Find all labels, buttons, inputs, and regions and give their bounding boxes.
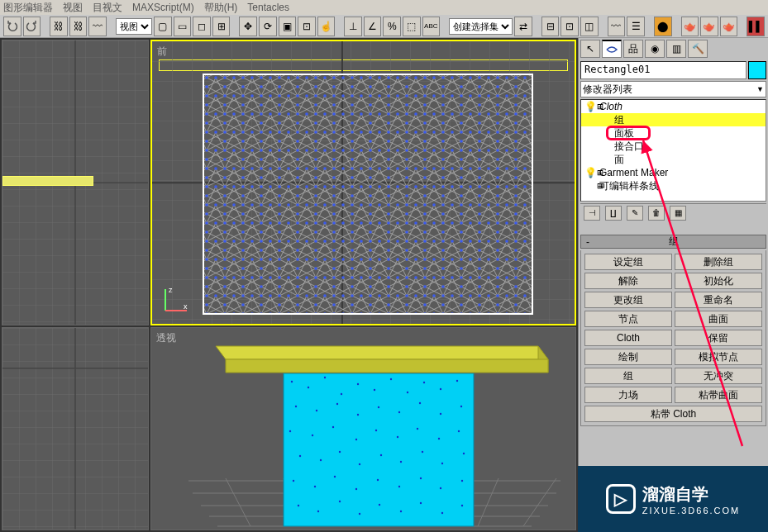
rename-button[interactable]: 重命名 xyxy=(675,292,762,308)
tool-icon[interactable]: ▌▌ xyxy=(747,17,765,36)
align-button[interactable]: ⊟ xyxy=(541,17,560,36)
utilities-tab[interactable]: 🔨 xyxy=(688,40,708,58)
render-frame-button[interactable]: 🫖 xyxy=(700,17,718,36)
angle-snap-toggle[interactable]: ∠ xyxy=(364,17,382,36)
viewport-perspective[interactable]: 透视 xyxy=(150,327,576,530)
minus-icon[interactable]: ⊟ xyxy=(596,101,604,112)
object-name-field[interactable]: Rectangle01 xyxy=(580,61,747,79)
svg-point-89 xyxy=(461,505,463,506)
stickcloth-button[interactable]: 粘带 Cloth xyxy=(584,406,762,422)
mirror-button[interactable]: ⇄ xyxy=(514,17,532,36)
plus-icon[interactable]: ⊞ xyxy=(596,167,604,178)
svg-point-82 xyxy=(317,511,319,512)
modifier-list-dropdown[interactable]: 修改器列表 xyxy=(580,81,766,97)
stack-item-group[interactable]: 组 xyxy=(581,113,766,126)
change-group-button[interactable]: 更改组 xyxy=(584,292,672,308)
stack-item-face[interactable]: 面板 xyxy=(581,126,766,140)
scale-button[interactable]: ▣ xyxy=(279,17,297,36)
stack-item-face2[interactable]: 面 xyxy=(581,153,766,166)
snap-toggle[interactable]: ⊥ xyxy=(344,17,362,36)
release-button[interactable]: 解除 xyxy=(584,273,672,289)
svg-point-43 xyxy=(440,388,441,390)
svg-line-27 xyxy=(226,478,250,526)
viewport-front[interactable]: 前 xyxy=(150,40,576,325)
svg-point-51 xyxy=(419,402,421,404)
surface-button[interactable]: 曲面 xyxy=(675,311,762,327)
init-button[interactable]: 初始化 xyxy=(675,273,762,289)
viewport-left[interactable] xyxy=(2,327,149,530)
schematic-view-button[interactable]: ☰ xyxy=(627,17,645,36)
stack-item-cloth[interactable]: 💡 ⊟ Cloth xyxy=(581,100,766,113)
undo-button[interactable] xyxy=(3,17,21,36)
quick-render-button[interactable]: 🫖 xyxy=(720,17,738,36)
pin-stack-button[interactable]: ⊣ xyxy=(584,206,600,221)
svg-point-48 xyxy=(357,414,359,416)
remove-mod-button[interactable]: 🗑 xyxy=(648,206,665,221)
show-end-button[interactable]: ∐ xyxy=(605,206,622,221)
quick-align-button[interactable]: ⊡ xyxy=(560,17,579,36)
display-tab[interactable]: ▥ xyxy=(666,40,686,58)
bulb-icon[interactable]: 💡 xyxy=(584,101,597,112)
modify-tab[interactable] xyxy=(602,40,622,58)
motion-tab[interactable]: ◉ xyxy=(645,40,665,58)
percent-snap-toggle[interactable]: % xyxy=(383,17,401,36)
menu-item[interactable]: 目视文 xyxy=(93,1,122,15)
unlink-button[interactable]: ⛓ xyxy=(69,17,88,36)
select-button[interactable]: ▢ xyxy=(154,17,172,36)
render-setup-button[interactable]: 🫖 xyxy=(681,17,699,36)
svg-point-59 xyxy=(397,436,398,438)
selection-set-dd[interactable]: 创建选择集 xyxy=(449,18,513,35)
curve-editor-button[interactable]: 〰 xyxy=(608,17,626,36)
rotate-button[interactable]: ⟳ xyxy=(259,17,277,36)
spinner-snap-toggle[interactable]: ⬚ xyxy=(403,17,421,36)
bind-spacewarp-button[interactable]: 〰 xyxy=(88,17,107,36)
menu-item[interactable]: MAXScript(M) xyxy=(132,2,194,13)
bulb-icon[interactable]: 💡 xyxy=(584,167,597,178)
manipulate-button[interactable]: ☝ xyxy=(317,17,336,36)
node-button[interactable]: 节点 xyxy=(584,311,672,327)
keep-button[interactable]: 保留 xyxy=(675,330,762,346)
cloth-button[interactable]: Cloth xyxy=(584,330,672,346)
configure-button[interactable]: ▦ xyxy=(670,206,686,221)
group-button[interactable]: 组 xyxy=(584,368,672,384)
stack-item-garment[interactable]: 💡 ⊞ Garment Maker xyxy=(581,166,766,179)
plus-icon[interactable]: ⊞ xyxy=(596,180,604,192)
svg-point-46 xyxy=(316,410,317,411)
rollout-header-group[interactable]: - 组 xyxy=(580,235,766,249)
play-icon: ▷ xyxy=(606,484,636,514)
hierarchy-tab[interactable]: 品 xyxy=(623,40,643,58)
menu-item[interactable]: 图形编辑器 xyxy=(3,1,53,15)
set-group-button[interactable]: 设定组 xyxy=(584,254,672,270)
link-button[interactable]: ⛓ xyxy=(50,17,68,36)
window-crossing-button[interactable]: ⊞ xyxy=(212,17,231,36)
minus-icon: - xyxy=(586,236,589,248)
select-region-button[interactable]: ◻ xyxy=(193,17,211,36)
ref-coord-button[interactable]: ⊡ xyxy=(298,17,316,36)
draw-button[interactable]: 绘制 xyxy=(584,349,672,365)
svg-point-86 xyxy=(400,511,402,512)
redo-button[interactable] xyxy=(23,17,41,36)
menu-item[interactable]: 视图 xyxy=(63,1,83,15)
stack-item-joint[interactable]: 接合口 xyxy=(581,140,766,153)
view-select[interactable]: 视图 xyxy=(116,18,152,35)
object-color-swatch[interactable] xyxy=(748,61,766,79)
noconflict-button[interactable]: 无冲突 xyxy=(675,368,762,384)
stack-item-editable[interactable]: ⊞ 可编辑样条线 xyxy=(581,179,766,192)
make-unique-button[interactable]: ✎ xyxy=(627,206,643,221)
viewport-top[interactable] xyxy=(2,40,149,325)
material-editor-button[interactable]: ⬤ xyxy=(654,17,672,36)
modifier-stack[interactable]: 💡 ⊟ Cloth 组 面板 接合口 面 💡 ⊞ Garment Maker ⊞… xyxy=(580,99,766,202)
menu-item[interactable]: 帮助(H) xyxy=(204,1,238,15)
create-tab[interactable]: ↖ xyxy=(580,40,600,58)
simnode-button[interactable]: 模拟节点 xyxy=(675,349,762,365)
move-button[interactable]: ✥ xyxy=(239,17,257,36)
select-name-button[interactable]: ▭ xyxy=(174,17,192,36)
stickcurve-button[interactable]: 粘带曲面 xyxy=(675,387,762,403)
text-icon[interactable]: ABC xyxy=(422,17,441,36)
svg-point-68 xyxy=(400,461,402,463)
force-button[interactable]: 力场 xyxy=(584,387,672,403)
delete-group-button[interactable]: 删除组 xyxy=(675,254,762,270)
viewport-label: 前 xyxy=(157,45,167,59)
menu-item[interactable]: Tentacles xyxy=(247,2,289,13)
layer-manager-button[interactable]: ◫ xyxy=(580,17,599,36)
